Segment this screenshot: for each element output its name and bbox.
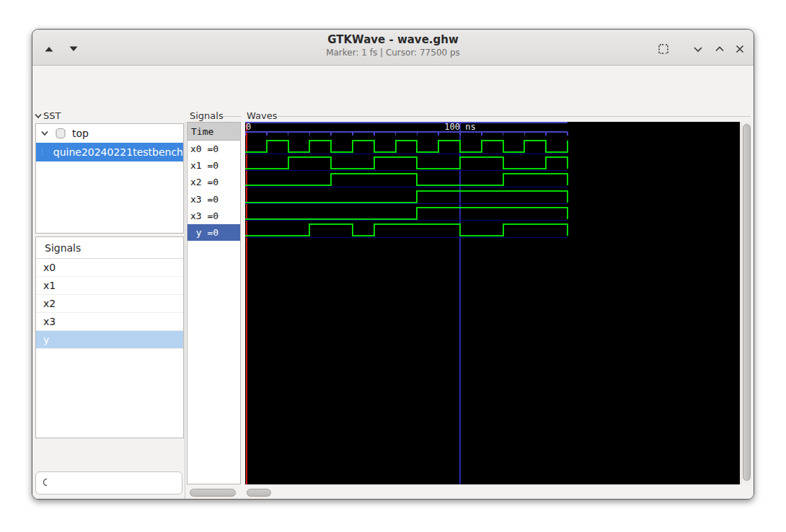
wave-trace-x1 [245, 157, 568, 169]
waves-hscrollbar-thumb[interactable] [247, 489, 271, 497]
maximize-button[interactable] [710, 40, 729, 58]
shift-down-button[interactable] [64, 40, 83, 58]
signal-list-item-y[interactable]: y [36, 331, 183, 349]
signals-frame-label: Signals [190, 110, 224, 122]
signal-name-column: Time x0 =0x1 =0x2 =0x3 =0x3 =0 y =0 [187, 122, 241, 484]
svg-text:100 ns: 100 ns [444, 122, 475, 132]
sst-tree-panel: top quine20240221testbench [35, 123, 184, 234]
waveform-svg: 0100 ns [245, 122, 740, 484]
signal-column-hscrollbar-thumb[interactable] [190, 489, 236, 497]
gtkwave-window: GTKWave - wave.ghw Marker: 1 fs | Cursor… [32, 29, 754, 500]
wave-trace-x2 [245, 174, 568, 185]
toolbar: From: To: [32, 66, 754, 109]
titlebar[interactable]: GTKWave - wave.ghw Marker: 1 fs | Cursor… [32, 30, 754, 66]
svg-text:0: 0 [246, 122, 251, 132]
wave-trace-x3 [245, 191, 568, 203]
signal-list-item-x2[interactable]: x2 [36, 295, 183, 313]
waves-frame-label: Waves [247, 110, 277, 122]
window-status: Marker: 1 fs | Cursor: 77500 ps [177, 47, 609, 59]
wave-trace-x0 [245, 141, 568, 152]
database-icon [54, 127, 67, 140]
shift-up-button[interactable] [40, 40, 58, 58]
signal-name-rows: x0 =0x1 =0x2 =0x3 =0x3 =0 y =0 [187, 141, 240, 241]
component-icon [48, 146, 50, 159]
signal-list-item-x0[interactable]: x0 [36, 259, 183, 277]
signal-name-row[interactable]: x3 =0 [187, 208, 240, 224]
close-icon [733, 43, 746, 56]
signal-search-box [35, 471, 182, 495]
tree-item-label: quine20240221testbench [53, 146, 183, 158]
expander-down-icon[interactable] [40, 129, 49, 138]
main-content: SST Signals Waves top [32, 109, 754, 500]
signal-name-row[interactable]: y =0 [187, 224, 240, 241]
sst-label: SST [43, 110, 61, 122]
signals-frame-line [223, 116, 241, 117]
restore-button[interactable] [654, 40, 673, 58]
waves-vscrollbar-track[interactable] [741, 122, 752, 484]
signal-list-item-x1[interactable]: x1 [36, 277, 183, 295]
desktop: GTKWave - wave.ghw Marker: 1 fs | Cursor… [0, 0, 786, 532]
signal-search-list: x0x1x2x3y [36, 259, 183, 349]
wave-trace-x3 [245, 208, 568, 219]
waveform-canvas[interactable]: 0100 ns [245, 122, 740, 484]
sst-expander-icon[interactable] [34, 112, 43, 120]
signal-name-row[interactable]: x0 =0 [187, 141, 240, 157]
tree-item-top[interactable]: top [36, 124, 183, 143]
restore-icon [657, 43, 670, 56]
tree-item-testbench[interactable]: quine20240221testbench [36, 143, 183, 161]
triangle-down-icon [69, 45, 79, 53]
close-button[interactable] [730, 40, 749, 58]
search-icon [42, 477, 47, 489]
tree-item-label: top [72, 128, 89, 139]
waves-frame-line [278, 116, 751, 117]
triangle-up-icon [44, 45, 54, 53]
window-title: GTKWave - wave.ghw [177, 32, 609, 47]
chevron-down-icon [692, 43, 705, 56]
tree-branch-icon [42, 148, 43, 156]
chevron-up-icon [713, 43, 726, 56]
signal-name-row[interactable]: x1 =0 [187, 157, 240, 174]
time-header: Time [187, 123, 240, 141]
waves-vscrollbar-thumb[interactable] [743, 124, 751, 481]
signal-list-panel: Signals x0x1x2x3y [35, 236, 184, 438]
expander-right-icon[interactable] [44, 148, 45, 156]
titlebar-text: GTKWave - wave.ghw Marker: 1 fs | Cursor… [177, 32, 609, 59]
pane-divider[interactable] [185, 122, 185, 500]
minimize-button[interactable] [689, 40, 707, 58]
signal-list-header: Signals [36, 237, 183, 259]
wave-trace-y [245, 224, 568, 236]
signal-name-row[interactable]: x3 =0 [187, 191, 240, 208]
search-input[interactable] [51, 472, 182, 494]
signal-list-item-x3[interactable]: x3 [36, 313, 183, 331]
signal-name-row[interactable]: x2 =0 [187, 174, 240, 190]
